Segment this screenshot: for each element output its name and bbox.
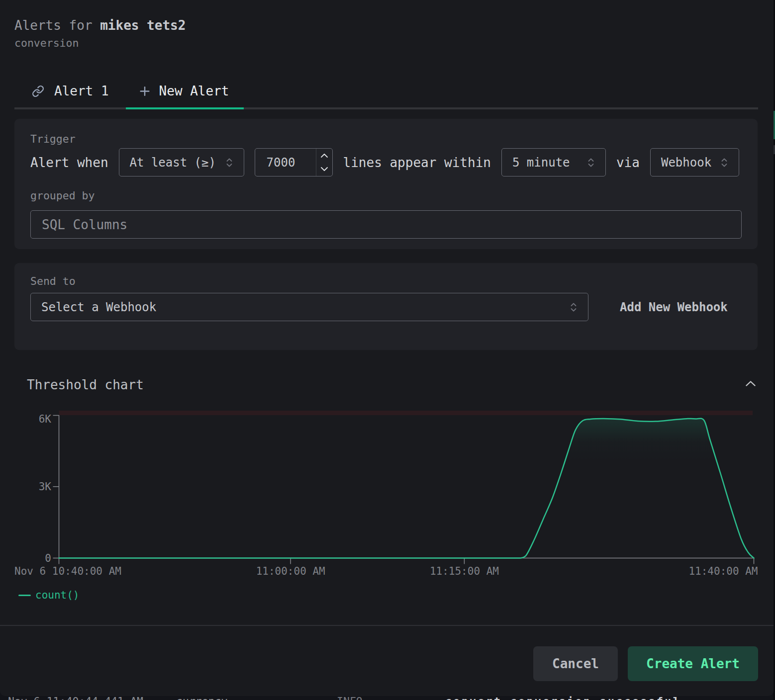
grouped-by-input[interactable]: SQL Columns <box>30 210 742 239</box>
threshold-value-input[interactable]: 7000 <box>255 148 333 176</box>
legend-series-dash <box>18 595 31 596</box>
collapse-chart-button[interactable] <box>743 377 758 390</box>
webhook-select[interactable]: Select a Webhook <box>30 293 588 321</box>
svg-text:11:40:00 AM: 11:40:00 AM <box>688 565 758 577</box>
chevron-selector-icon <box>588 158 594 167</box>
svg-text:11:15:00 AM: 11:15:00 AM <box>430 565 499 577</box>
number-spinner <box>316 149 332 176</box>
tab-alert-1-label: Alert 1 <box>54 84 109 98</box>
modal-title-name: mikes tets2 <box>100 18 186 33</box>
svg-text:11:00:00 AM: 11:00:00 AM <box>256 565 325 577</box>
channel-select[interactable]: Webhook <box>650 148 739 176</box>
via-label: via <box>616 155 640 170</box>
alerts-modal: Alerts for mikes tets2 conversion Alert … <box>0 0 774 696</box>
footer-divider <box>0 625 774 626</box>
chevron-selector-icon <box>721 158 727 167</box>
send-to-label: Send to <box>30 276 742 286</box>
send-to-panel: Send to Select a Webhook Add New Webhook <box>14 263 758 350</box>
window-select-value: 5 minute <box>512 156 570 170</box>
spinner-down-button[interactable] <box>316 163 332 176</box>
svg-text:6K: 6K <box>39 413 52 425</box>
modal-title-prefix: Alerts for <box>14 18 100 33</box>
spinner-up-button[interactable] <box>316 149 332 163</box>
lines-appear-within-label: lines appear within <box>343 155 491 170</box>
threshold-value: 7000 <box>267 156 295 170</box>
trigger-panel: Trigger Alert when At least (≥) 7000 <box>14 119 758 249</box>
chevron-selector-icon <box>226 158 232 167</box>
channel-select-value: Webhook <box>661 156 711 170</box>
alert-tabs: Alert 1 New Alert <box>14 75 758 109</box>
alert-when-label: Alert when <box>30 155 108 170</box>
threshold-chart-label: Threshold chart <box>27 377 144 392</box>
send-to-row: Select a Webhook Add New Webhook <box>30 293 742 321</box>
trigger-label: Trigger <box>30 134 742 144</box>
tab-alert-1[interactable]: Alert 1 <box>14 75 126 107</box>
modal-subtitle: conversion <box>14 37 79 49</box>
window-select[interactable]: 5 minute <box>501 148 606 176</box>
tab-new-alert-label: New Alert <box>159 84 229 98</box>
plus-icon <box>139 86 150 97</box>
webhook-select-placeholder: Select a Webhook <box>41 300 156 314</box>
chart-legend: count() <box>18 589 80 601</box>
svg-text:0: 0 <box>45 552 51 564</box>
create-alert-button[interactable]: Create Alert <box>628 646 758 681</box>
threshold-chart: 03K6KNov 6 10:40:00 AM11:00:00 AM11:15:0… <box>0 398 774 579</box>
condition-select-value: At least (≥) <box>130 156 216 170</box>
chevron-selector-icon <box>571 303 577 312</box>
legend-series-label: count() <box>35 589 80 601</box>
svg-text:Nov 6 10:40:00 AM: Nov 6 10:40:00 AM <box>14 565 121 577</box>
grouped-by-placeholder: SQL Columns <box>42 217 127 232</box>
link-icon <box>32 85 44 97</box>
add-new-webhook-button[interactable]: Add New Webhook <box>620 300 728 314</box>
condition-select[interactable]: At least (≥) <box>119 148 244 176</box>
grouped-by-label: grouped by <box>30 190 742 201</box>
trigger-row: Alert when At least (≥) 7000 <box>30 148 742 176</box>
cancel-button[interactable]: Cancel <box>533 646 618 681</box>
modal-title: Alerts for mikes tets2 <box>14 18 186 33</box>
tab-new-alert[interactable]: New Alert <box>126 75 244 107</box>
svg-text:3K: 3K <box>39 481 52 493</box>
